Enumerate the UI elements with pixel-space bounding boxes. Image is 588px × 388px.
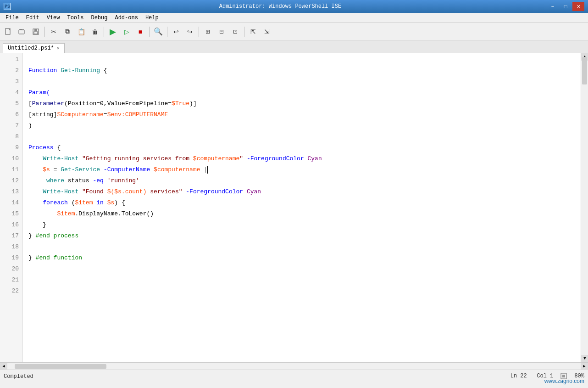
menu-item-file[interactable]: File <box>2 14 22 22</box>
paste-button[interactable]: 📋 <box>75 25 88 38</box>
line-number-11: 11 <box>0 164 19 175</box>
tab-close-button[interactable]: ✕ <box>57 45 60 51</box>
minimize-button[interactable]: − <box>547 2 559 11</box>
token: ) <box>28 120 32 131</box>
code-line-18 <box>23 242 581 253</box>
token: $computername <box>193 153 239 164</box>
token: Write-Host <box>28 186 78 197</box>
token <box>28 164 43 175</box>
fit-button[interactable]: ⊡ <box>229 25 242 38</box>
code-line-8 <box>23 131 581 142</box>
undo-button[interactable]: ↩ <box>170 25 183 38</box>
line-number-22: 22 <box>0 286 19 297</box>
scroll-thumb[interactable] <box>582 57 587 84</box>
code-line-17: } #end process <box>23 231 581 242</box>
line-number-13: 13 <box>0 186 19 197</box>
zoom-in-button[interactable]: ⊞ <box>201 25 214 38</box>
line-number-16: 16 <box>0 219 19 231</box>
code-editor[interactable]: Function Get-Running { Param([Parameter(… <box>23 53 581 362</box>
token: { <box>100 65 107 76</box>
tab-untitled2[interactable]: Untitled2.ps1* ✕ <box>3 43 65 53</box>
token: Parameter <box>32 98 64 109</box>
toolbar-sep-2 <box>104 27 104 37</box>
token: $item <box>75 197 93 208</box>
token <box>28 208 57 219</box>
menu-item-help[interactable]: Help <box>142 14 162 22</box>
run-selection-button[interactable]: ▷ <box>120 25 133 38</box>
line-number-21: 21 <box>0 275 19 286</box>
token: (Position=0,ValueFromPipeline= <box>64 98 172 109</box>
menu-item-edit[interactable]: Edit <box>22 14 43 22</box>
token: "Getting running services from <box>78 153 193 164</box>
token: Function <box>28 65 57 76</box>
code-line-15: $item.DisplayName.ToLower() <box>23 208 581 219</box>
code-line-10: Write-Host "Getting running services fro… <box>23 153 581 164</box>
code-line-6: [string]$Computername=$env:COMPUTERNAME <box>23 109 581 120</box>
token: Get-Running <box>61 65 100 76</box>
code-line-13: Write-Host "Found $($s.count) services" … <box>23 186 581 197</box>
tab-bar: Untitled2.ps1* ✕ <box>0 40 588 53</box>
token: } <box>28 219 46 231</box>
open-button[interactable] <box>16 25 28 38</box>
token: $s <box>107 197 115 208</box>
line-number-10: 10 <box>0 153 19 164</box>
token: Cyan <box>304 153 322 164</box>
collapse-button[interactable]: ⇲ <box>261 25 273 38</box>
code-line-9: Process { <box>23 142 581 153</box>
token: Process <box>28 142 54 153</box>
menu-item-add-ons[interactable]: Add-ons <box>111 14 141 22</box>
token: ( <box>68 197 75 208</box>
code-line-11: $s = Get-Service -ComputerName $computer… <box>23 164 581 175</box>
code-line-2: Function Get-Running { <box>23 65 581 76</box>
cut-button[interactable]: ✂ <box>47 25 60 38</box>
svg-rect-4 <box>34 32 38 34</box>
menu-item-view[interactable]: View <box>43 14 64 22</box>
scroll-right-arrow[interactable]: ▶ <box>581 363 588 370</box>
token: ) <box>143 186 147 197</box>
line-number-1: 1 <box>0 54 19 65</box>
clear-button[interactable]: 🗑 <box>89 25 101 38</box>
token: #end process <box>36 231 79 242</box>
line-number-4: 4 <box>0 87 19 98</box>
zoom-out-button[interactable]: ⊟ <box>215 25 228 38</box>
token: in <box>93 197 107 208</box>
toolbar-sep-5 <box>199 27 199 37</box>
maximize-button[interactable]: □ <box>560 2 571 11</box>
token: $item <box>57 208 75 219</box>
token: "Found <box>78 186 107 197</box>
run-script-button[interactable]: ▶ <box>106 25 119 38</box>
menu-item-tools[interactable]: Tools <box>63 14 87 22</box>
token: $Computername <box>57 109 103 120</box>
menu-item-debug[interactable]: Debug <box>87 14 111 22</box>
token: $s <box>43 164 50 175</box>
token: = <box>104 109 107 120</box>
expand-button[interactable]: ⇱ <box>247 25 260 38</box>
line-number-9: 9 <box>0 142 19 153</box>
save-button[interactable] <box>29 25 42 38</box>
code-line-22 <box>23 286 581 297</box>
window-title: Administrator: Windows PowerShell ISE <box>14 3 547 10</box>
hscroll-track <box>15 364 573 369</box>
copy-button[interactable]: ⧉ <box>61 25 74 38</box>
vertical-scrollbar[interactable]: ▲ ▼ <box>581 53 588 362</box>
window-controls: − □ ✕ <box>547 2 584 11</box>
token: $computername <box>154 164 200 175</box>
scroll-left-arrow[interactable]: ◀ <box>0 363 7 370</box>
new-button[interactable] <box>2 25 15 38</box>
close-button[interactable]: ✕ <box>572 2 584 11</box>
hscroll-thumb[interactable] <box>15 364 106 369</box>
code-line-7: ) <box>23 120 581 131</box>
svg-rect-1 <box>19 30 24 34</box>
scroll-down-arrow[interactable]: ▼ <box>581 355 588 362</box>
redo-button[interactable]: ↪ <box>183 25 196 38</box>
token: -eq <box>89 175 104 186</box>
code-line-16: } <box>23 219 581 231</box>
token: $True <box>172 98 189 109</box>
token: { <box>54 142 61 153</box>
token: | <box>200 164 208 175</box>
line-number-14: 14 <box>0 197 19 208</box>
horizontal-scrollbar[interactable]: ◀ ▶ <box>0 362 588 370</box>
text-cursor <box>207 166 208 174</box>
stop-button[interactable]: ■ <box>134 25 147 38</box>
find-button[interactable]: 🔍 <box>152 25 165 38</box>
